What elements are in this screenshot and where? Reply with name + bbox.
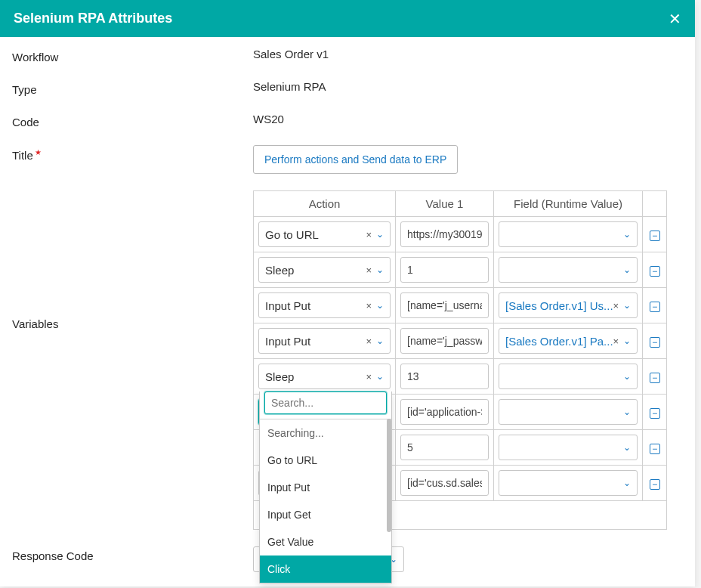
action-select-text: Input Put — [265, 335, 366, 348]
table-row: Sleep×⌄⌄− — [254, 252, 667, 288]
field-select[interactable]: ⌄ — [499, 399, 638, 425]
table-row: Go to URL×⌄⌄− — [254, 217, 667, 252]
remove-row-icon[interactable]: − — [650, 266, 660, 277]
field-select-text: [Sales Order.v1] Us... — [505, 299, 613, 312]
chevron-down-icon: ⌄ — [623, 478, 631, 488]
th-extra — [643, 191, 667, 217]
remove-row-icon[interactable]: − — [650, 373, 660, 383]
close-icon[interactable]: ✕ — [669, 11, 681, 26]
action-select-text: Sleep — [265, 370, 366, 383]
clear-icon[interactable]: × — [613, 300, 619, 311]
modal-header: Selenium RPA Attributes ✕ — [0, 0, 695, 37]
table-row: Sleep×⌄⌄− — [254, 359, 667, 395]
clear-icon[interactable]: × — [366, 265, 372, 276]
modal: Selenium RPA Attributes ✕ Workflow Sales… — [0, 0, 695, 586]
chevron-down-icon: ⌄ — [623, 336, 631, 346]
code-label: Code — [0, 113, 253, 128]
dropdown-option[interactable]: Go to URL — [260, 447, 391, 474]
value1-input[interactable] — [400, 292, 489, 318]
value1-input[interactable] — [400, 470, 489, 496]
remove-row-icon[interactable]: − — [650, 444, 660, 454]
action-select[interactable]: Sleep×⌄ — [258, 257, 391, 283]
th-field: Field (Runtime Value) — [494, 191, 643, 217]
modal-title: Selenium RPA Attributes — [14, 11, 172, 26]
th-value1: Value 1 — [396, 191, 494, 217]
type-label: Type — [0, 80, 253, 96]
remove-row-icon[interactable]: − — [650, 337, 660, 348]
value1-input[interactable] — [400, 435, 489, 460]
dropdown-option[interactable]: Get Value — [260, 528, 391, 556]
chevron-down-icon: ⌄ — [376, 371, 384, 382]
field-select[interactable]: [Sales Order.v1] Us...×⌄ — [499, 292, 638, 318]
value1-input[interactable] — [400, 257, 489, 283]
field-select[interactable]: ⌄ — [499, 257, 638, 283]
type-value: Selenium RPA — [253, 80, 695, 93]
value1-input[interactable] — [400, 328, 489, 354]
action-select-text: Sleep — [265, 264, 366, 277]
dropdown-option[interactable]: Input Put — [260, 474, 391, 501]
title-label: Title — [0, 145, 253, 162]
action-dropdown: Searching... Go to URLInput PutInput Get… — [259, 391, 392, 583]
table-header-row: Action Value 1 Field (Runtime Value) — [254, 191, 667, 217]
response-code-label: Response Code — [0, 546, 253, 562]
chevron-down-icon: ⌄ — [623, 407, 631, 417]
field-select[interactable]: ⌄ — [499, 221, 638, 247]
clear-icon[interactable]: × — [366, 300, 372, 311]
remove-row-icon[interactable]: − — [650, 479, 660, 490]
value1-input[interactable] — [400, 399, 489, 425]
chevron-down-icon: ⌄ — [376, 336, 384, 346]
title-input[interactable]: Perform actions and Send data to ERP — [253, 145, 458, 174]
action-select[interactable]: Input Put×⌄ — [258, 328, 391, 354]
field-select-text: [Sales Order.v1] Pa... — [505, 335, 613, 348]
chevron-down-icon: ⌄ — [623, 265, 631, 275]
chevron-down-icon: ⌄ — [623, 300, 631, 311]
th-action: Action — [254, 191, 396, 217]
dropdown-search-input[interactable] — [264, 391, 387, 414]
clear-icon[interactable]: × — [366, 371, 372, 382]
action-select-text: Go to URL — [265, 228, 366, 241]
field-select[interactable]: ⌄ — [499, 435, 638, 460]
dropdown-option[interactable]: Click — [260, 556, 391, 583]
workflow-value: Sales Order v1 — [253, 48, 695, 60]
value1-input[interactable] — [400, 364, 489, 389]
chevron-down-icon: ⌄ — [623, 229, 631, 240]
chevron-down-icon: ⌄ — [623, 371, 631, 382]
value1-input[interactable] — [400, 221, 489, 247]
dropdown-scrollbar[interactable] — [387, 419, 391, 532]
field-select[interactable]: [Sales Order.v1] Pa...×⌄ — [499, 328, 638, 354]
action-select[interactable]: Input Put×⌄ — [258, 292, 391, 318]
workflow-label: Workflow — [0, 48, 253, 63]
variables-label: Variables — [0, 190, 253, 330]
clear-icon[interactable]: × — [366, 336, 372, 347]
remove-row-icon[interactable]: − — [650, 408, 660, 419]
remove-row-icon[interactable]: − — [650, 302, 660, 312]
action-select-text: Input Put — [265, 299, 366, 312]
action-select[interactable]: Go to URL×⌄ — [258, 221, 391, 247]
code-value: WS20 — [253, 113, 695, 125]
chevron-down-icon: ⌄ — [376, 229, 384, 240]
field-select[interactable]: ⌄ — [499, 470, 638, 496]
table-row: Input Put×⌄[Sales Order.v1] Us...×⌄− — [254, 288, 667, 323]
clear-icon[interactable]: × — [613, 336, 619, 347]
clear-icon[interactable]: × — [366, 229, 372, 240]
table-row: Input Put×⌄[Sales Order.v1] Pa...×⌄− — [254, 323, 667, 359]
remove-row-icon[interactable]: − — [650, 231, 660, 241]
chevron-down-icon: ⌄ — [376, 300, 384, 311]
dropdown-status: Searching... — [260, 419, 391, 447]
field-select[interactable]: ⌄ — [499, 364, 638, 389]
chevron-down-icon: ⌄ — [623, 442, 631, 453]
dropdown-option[interactable]: Input Get — [260, 501, 391, 528]
action-select[interactable]: Sleep×⌄ — [258, 364, 391, 389]
chevron-down-icon: ⌄ — [376, 265, 384, 275]
